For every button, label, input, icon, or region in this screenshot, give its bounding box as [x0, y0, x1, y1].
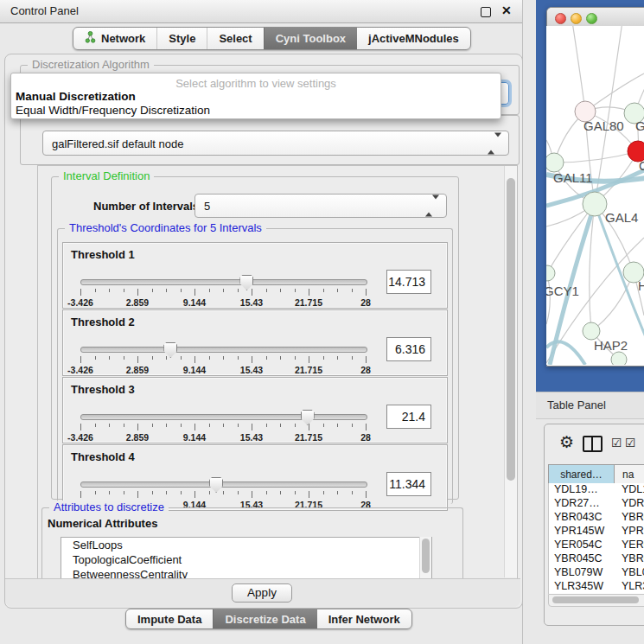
slider-ticks	[80, 491, 367, 499]
cell-shared-name[interactable]: YBR043C	[549, 511, 615, 525]
cell-name[interactable]: YDR2	[615, 497, 644, 511]
tick-label: -3.426	[67, 297, 93, 308]
network-edge[interactable]	[572, 26, 585, 112]
tick-mark	[194, 356, 195, 363]
tab-infer-network[interactable]: Infer Network	[317, 609, 411, 628]
network-node-label: GCY1	[546, 284, 579, 298]
table-row[interactable]: YBR045CYBR0	[549, 552, 644, 566]
tab-discretize-data[interactable]: Discretize Data	[213, 609, 316, 628]
number-of-intervals-value: 5	[204, 200, 210, 213]
table-row[interactable]: YDR27…YDR2	[549, 497, 644, 511]
dropdown-option-manual-discretization[interactable]: Manual Discretization	[16, 90, 136, 103]
network-edge[interactable]	[547, 204, 595, 273]
attribute-item[interactable]: SelfLoops	[61, 538, 431, 552]
discretization-algorithm-group-title: Discretization Algorithm	[28, 58, 154, 71]
network-node[interactable]	[546, 153, 564, 172]
network-node[interactable]	[546, 265, 555, 281]
cell-shared-name[interactable]: YBL079W	[549, 566, 615, 580]
threshold-4-slider[interactable]	[80, 481, 367, 488]
network-canvas[interactable]: GAL80GACGAL11GAL4GCY1HHAP2	[546, 26, 644, 365]
settings-vertical-scrollbar[interactable]	[504, 166, 517, 577]
network-node-label: GAL80	[583, 118, 624, 133]
tab-network[interactable]: Network	[73, 28, 156, 49]
tab-cyni-toolbox[interactable]: Cyni Toolbox	[264, 28, 357, 49]
scrollbar-thumb[interactable]	[507, 178, 515, 481]
zoom-traffic-light-icon[interactable]	[586, 13, 597, 24]
network-edge[interactable]	[591, 272, 634, 331]
cell-shared-name[interactable]: YDL19…	[549, 483, 615, 497]
minimize-traffic-light-icon[interactable]	[571, 13, 582, 24]
network-node[interactable]	[583, 192, 607, 216]
apply-button[interactable]: Apply	[232, 583, 292, 603]
cell-name[interactable]: YBR0	[615, 511, 644, 525]
tab-label: Cyni Toolbox	[276, 32, 346, 45]
cell-name[interactable]: YPR1	[615, 525, 644, 539]
tick-mark	[266, 491, 267, 494]
tick-mark	[181, 424, 182, 427]
tab-jactivemnodules[interactable]: jActiveMNodules	[357, 28, 470, 49]
tick-mark	[95, 424, 96, 427]
table-settings-gear-icon[interactable]: ⚙	[559, 434, 574, 450]
cell-shared-name[interactable]: YER054C	[549, 539, 615, 552]
cell-shared-name[interactable]: YDR27…	[549, 497, 615, 511]
dropdown-option-equal-width-frequency[interactable]: Equal Width/Frequency Discretization	[16, 104, 210, 117]
node-table-body[interactable]: YDL19…YDL1YDR27…YDR2YBR043CYBR0YPR145WYP…	[548, 483, 644, 594]
float-window-icon[interactable]	[481, 7, 491, 17]
network-node[interactable]	[611, 352, 627, 365]
table-row[interactable]: YBR043CYBR0	[549, 511, 644, 525]
cell-shared-name[interactable]: YBR045C	[549, 552, 615, 566]
select-all-checkbox-icon[interactable]: ☑	[611, 437, 622, 449]
table-row[interactable]: YPR145WYPR1	[549, 525, 644, 539]
threshold-1-slider[interactable]	[80, 279, 367, 285]
tick-label: 15.43	[240, 432, 263, 443]
number-of-intervals-combobox[interactable]: 5	[194, 194, 447, 218]
tick-mark	[223, 289, 224, 292]
scrollbar-thumb[interactable]	[552, 596, 639, 603]
cell-name[interactable]: YLR3	[615, 580, 644, 594]
threshold-3-slider[interactable]	[80, 414, 367, 420]
column-selector-icon[interactable]	[583, 436, 603, 452]
cell-name[interactable]: YDL1	[615, 483, 644, 497]
table-data-combobox[interactable]: galFiltered.sif default node	[42, 131, 509, 156]
cell-shared-name[interactable]: YLR345W	[549, 580, 615, 594]
table-row[interactable]: YER054CYER0	[549, 539, 644, 552]
threshold-2-value-field[interactable]	[386, 337, 431, 361]
column-header-name[interactable]: na	[615, 465, 644, 484]
network-edge[interactable]	[595, 26, 622, 204]
table-row[interactable]: YBL079WYBL0	[549, 566, 644, 580]
column-header-shared-name[interactable]: shared…	[549, 465, 615, 484]
control-panel-window: Control Panel ✕ Network Style Se	[0, 0, 523, 644]
cell-name[interactable]: YBL0	[615, 566, 644, 580]
attribute-item[interactable]: TopologicalCoefficient	[61, 552, 431, 567]
tab-select[interactable]: Select	[207, 28, 263, 49]
attribute-item[interactable]: BetweennessCentrality	[61, 567, 431, 579]
network-node[interactable]	[583, 322, 600, 340]
cell-name[interactable]: YBR0	[615, 552, 644, 566]
window-title: Control Panel	[10, 4, 79, 17]
threshold-4-value-field[interactable]	[386, 472, 431, 496]
cell-name[interactable]: YER0	[615, 539, 644, 552]
tab-impute-data[interactable]: Impute Data	[126, 609, 213, 628]
tick-mark	[309, 289, 309, 296]
table-row[interactable]: YLR345WYLR3	[549, 580, 644, 594]
threshold-1-value-field[interactable]	[386, 270, 431, 294]
network-edge[interactable]	[554, 151, 638, 163]
cell-shared-name[interactable]: YPR145W	[549, 525, 615, 539]
numerical-attributes-list[interactable]: SelfLoopsTopologicalCoefficientBetweenne…	[61, 537, 432, 579]
tick-mark	[137, 356, 138, 363]
threshold-3-value-field[interactable]	[386, 405, 431, 429]
tick-mark	[337, 424, 338, 427]
tab-style[interactable]: Style	[156, 28, 207, 49]
table-row[interactable]: YDL19…YDL1	[549, 483, 644, 497]
table-horizontal-scrollbar[interactable]	[548, 594, 644, 607]
tick-mark	[252, 424, 252, 430]
interval-definition-title: Interval Definition	[59, 169, 154, 182]
scrollbar-thumb[interactable]	[422, 539, 430, 573]
close-window-icon[interactable]: ✕	[501, 3, 512, 17]
tick-mark	[238, 424, 239, 427]
threshold-2-slider[interactable]	[80, 347, 367, 353]
select-none-checkbox-icon[interactable]: ☑	[625, 437, 636, 449]
close-traffic-light-icon[interactable]	[555, 13, 566, 24]
attributes-list-scrollbar[interactable]	[419, 537, 431, 578]
tick-mark	[295, 289, 296, 292]
